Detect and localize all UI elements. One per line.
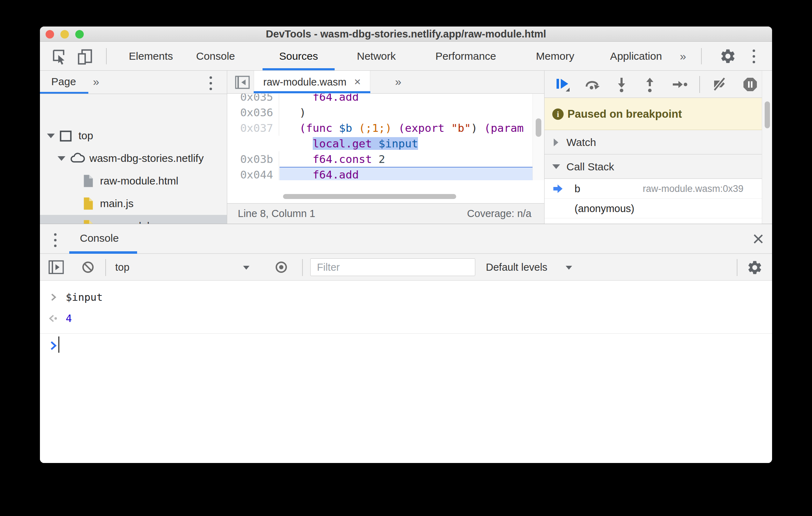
tab-elements[interactable]: Elements — [129, 42, 173, 71]
tab-page[interactable]: Page — [51, 71, 76, 94]
code-token: f64.add — [286, 94, 359, 105]
editor-horizontal-scrollbar[interactable] — [283, 194, 456, 199]
toolbar-separator — [106, 48, 107, 64]
step-out-icon[interactable] — [642, 76, 658, 93]
drawer-header: Console — [40, 224, 772, 254]
resume-script-icon[interactable] — [554, 76, 570, 93]
navigator-header: Page » — [40, 71, 227, 94]
console-result-message[interactable]: 4 — [40, 308, 772, 329]
editor-more-tabs-chevron[interactable]: » — [395, 71, 401, 93]
tree-item-label: wasm-dbg-stories.netlify — [89, 147, 204, 170]
live-expression-eye-icon[interactable] — [273, 260, 289, 275]
tree-item-raw-module-html[interactable]: raw-module.html — [40, 170, 227, 192]
tab-network[interactable]: Network — [357, 42, 396, 71]
collapsed-caret-icon[interactable] — [554, 139, 558, 146]
toolbar-separator — [105, 259, 106, 276]
coverage-status: Coverage: n/a — [467, 204, 531, 224]
tree-item-origin[interactable]: wasm-dbg-stories.netlify — [40, 147, 227, 170]
tab-application[interactable]: Application — [610, 42, 662, 71]
tab-console[interactable]: Console — [196, 42, 235, 71]
call-stack-frame-partial[interactable]: raw-module.html:9 — [545, 218, 762, 224]
tree-item-raw-module-wasm[interactable]: raw-module.wasm — [40, 215, 227, 224]
console-settings-gear-icon[interactable] — [747, 259, 763, 276]
console-prompt-chevron-icon — [49, 341, 58, 351]
devtools-window: DevTools - wasm-dbg-stories.netlify.app/… — [40, 27, 772, 463]
debugger-vertical-scrollbar[interactable] — [762, 71, 772, 224]
toolbar-separator — [302, 259, 303, 276]
console-input-message[interactable]: $input — [40, 287, 772, 308]
inspect-element-icon[interactable] — [51, 48, 67, 65]
drawer-menu-dots-icon[interactable] — [54, 233, 57, 247]
clear-console-icon[interactable] — [80, 259, 96, 275]
device-toolbar-icon[interactable] — [77, 48, 94, 65]
line-number[interactable]: 0x037 — [227, 120, 279, 136]
call-stack-frame-b[interactable]: b raw-module.wasm:0x39 — [545, 179, 762, 199]
call-stack-frame-anonymous[interactable]: (anonymous) — [545, 199, 762, 218]
console-result-arrow-icon — [48, 314, 58, 323]
log-levels-selector[interactable]: Default levels — [486, 254, 547, 281]
navigator-more-tabs-chevron[interactable]: » — [93, 71, 99, 94]
console-input-text: $input — [66, 287, 103, 308]
code-editor[interactable]: 0x035 f64.add 0x036 ) 0x037 (func $b (;1… — [227, 94, 544, 180]
debugger-toolbar — [545, 71, 772, 98]
execution-line[interactable]: 0x039 local.get $input — [227, 136, 544, 151]
frame-icon — [59, 129, 72, 143]
line-number[interactable]: 0x03b — [227, 151, 279, 167]
source-editor-pane: raw-module.wasm × » 0x035 f64.add — [227, 71, 544, 224]
deactivate-breakpoints-icon[interactable] — [712, 76, 728, 93]
expand-caret-icon[interactable] — [58, 156, 65, 161]
tree-item-top[interactable]: top — [40, 124, 227, 147]
editor-tabbar: raw-module.wasm × » — [227, 71, 544, 94]
frame-location[interactable]: raw-module.html:9 — [665, 221, 743, 224]
call-stack-section-header[interactable]: Call Stack — [545, 154, 762, 179]
toolbar-separator — [701, 48, 702, 64]
main-menu-dots-icon[interactable] — [753, 49, 755, 63]
editor-statusbar: Line 8, Column 1 Coverage: n/a — [227, 203, 544, 224]
line-number[interactable]: 0x035 — [227, 94, 279, 105]
toolbar-separator — [699, 76, 700, 93]
tree-item-label: raw-module.wasm — [100, 215, 186, 224]
console-result-value: 4 — [66, 308, 72, 329]
watch-section-header[interactable]: Watch — [545, 130, 762, 154]
expanded-caret-icon[interactable] — [552, 164, 560, 169]
code-line: (func $b (;1;) (export "b") (param — [286, 120, 524, 136]
close-tab-icon[interactable]: × — [354, 75, 361, 88]
step-into-icon[interactable] — [613, 76, 630, 93]
console-filter-input[interactable] — [310, 258, 475, 276]
navigator-menu-dots-icon[interactable] — [210, 76, 212, 90]
editor-tab-underline — [254, 91, 370, 93]
console-sidebar-toggle-icon[interactable] — [48, 260, 64, 275]
code-line: local.get $input — [286, 136, 418, 151]
console-prompt[interactable] — [40, 334, 772, 357]
toolbar-separator — [737, 259, 737, 276]
show-navigator-icon[interactable] — [235, 76, 250, 89]
window-title: DevTools - wasm-dbg-stories.netlify.app/… — [40, 27, 772, 42]
text-cursor-caret — [58, 336, 59, 353]
close-drawer-icon[interactable] — [752, 233, 764, 245]
console-drawer: Console top Default levels — [40, 224, 772, 463]
line-number[interactable]: 0x044 — [227, 167, 279, 180]
levels-dropdown-caret-icon[interactable] — [566, 266, 572, 270]
expand-caret-icon[interactable] — [47, 134, 55, 138]
editor-vertical-scrollbar[interactable] — [532, 94, 544, 180]
drawer-tab-console[interactable]: Console — [80, 224, 119, 254]
tab-sources[interactable]: Sources — [279, 42, 318, 71]
tab-memory[interactable]: Memory — [536, 42, 574, 71]
settings-gear-icon[interactable] — [719, 48, 736, 65]
line-number[interactable]: 0x036 — [227, 105, 279, 120]
tab-performance[interactable]: Performance — [435, 42, 496, 71]
console-input-chevron-icon — [50, 293, 58, 302]
step-icon[interactable] — [671, 76, 688, 93]
execution-context-selector[interactable]: top — [115, 254, 129, 281]
frame-location[interactable]: raw-module.wasm:0x39 — [643, 179, 743, 199]
context-dropdown-caret-icon[interactable] — [243, 266, 249, 270]
frame-function-name: (anonymous) — [575, 199, 634, 218]
pause-on-exceptions-icon[interactable] — [742, 76, 758, 93]
devtools-main-toolbar: Elements Console Sources Network Perform… — [40, 42, 772, 71]
editor-tab-raw-module-wasm[interactable]: raw-module.wasm × — [254, 71, 370, 94]
more-tabs-chevron[interactable]: » — [680, 42, 686, 71]
current-frame-arrow-icon — [552, 183, 564, 194]
tree-item-main-js[interactable]: main.js — [40, 192, 227, 215]
frame-function-name: b — [575, 179, 580, 199]
step-over-icon[interactable] — [584, 76, 600, 93]
